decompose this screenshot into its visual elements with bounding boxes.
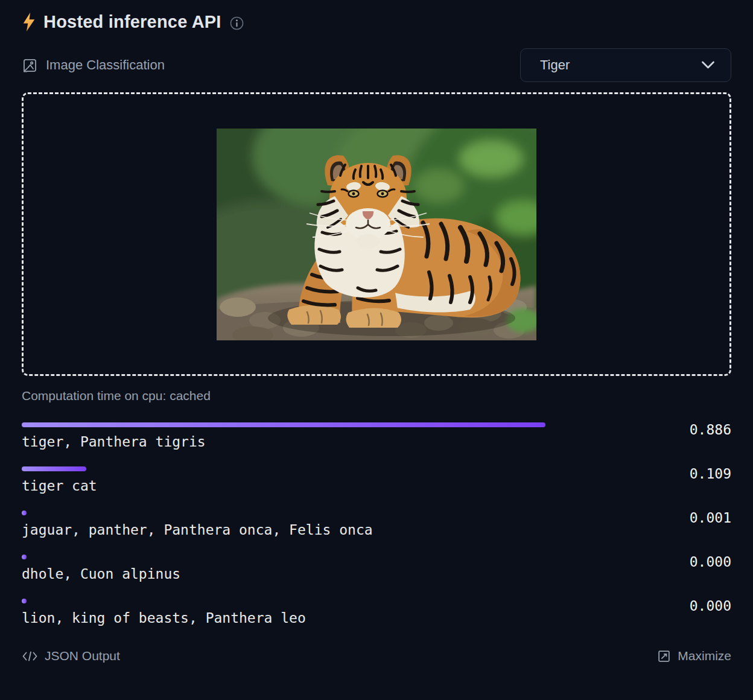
page-title: Hosted inference API: [43, 12, 221, 32]
result-bar-and-label: tiger cat: [22, 466, 613, 494]
result-row: dhole, Cuon alpinus 0.000: [22, 555, 731, 582]
result-row: tiger cat 0.109: [22, 466, 731, 494]
tiger-photo: [217, 129, 536, 340]
result-bar-and-label: lion, king of beasts, Panthera leo: [22, 599, 613, 626]
result-score: 0.886: [613, 422, 731, 438]
image-dropzone[interactable]: [22, 92, 731, 376]
task-row: Image Classification Tiger: [22, 48, 731, 83]
result-bar: [22, 599, 27, 603]
json-output-button[interactable]: JSON Output: [22, 649, 120, 663]
hosted-inference-api-widget: Hosted inference API Image Classificatio…: [0, 0, 753, 700]
result-bar: [22, 466, 86, 471]
result-label: lion, king of beasts, Panthera leo: [22, 610, 613, 626]
chevron-down-icon: [701, 61, 715, 69]
result-score: 0.001: [613, 510, 731, 526]
result-row: jaguar, panther, Panthera onca, Felis on…: [22, 511, 731, 538]
example-select[interactable]: Tiger: [520, 48, 731, 82]
result-label: jaguar, panther, Panthera onca, Felis on…: [22, 522, 613, 538]
results-list: tiger, Panthera tigris 0.886 tiger cat 0…: [22, 422, 731, 626]
maximize-label: Maximize: [678, 649, 731, 663]
json-output-label: JSON Output: [45, 649, 120, 663]
info-icon[interactable]: [230, 16, 244, 30]
result-score: 0.109: [613, 466, 731, 482]
maximize-button[interactable]: Maximize: [657, 649, 731, 663]
result-bar-and-label: jaguar, panther, Panthera onca, Felis on…: [22, 511, 613, 538]
result-bar-and-label: dhole, Cuon alpinus: [22, 555, 613, 582]
task-label-group: Image Classification: [22, 57, 165, 74]
result-bar: [22, 511, 27, 515]
result-score: 0.000: [613, 598, 731, 614]
result-label: dhole, Cuon alpinus: [22, 566, 613, 582]
footer: JSON Output Maximize: [22, 649, 731, 663]
result-label: tiger, Panthera tigris: [22, 434, 613, 450]
image-classification-icon: [22, 57, 38, 74]
maximize-icon: [657, 649, 671, 663]
lightning-bolt-icon: [22, 13, 37, 31]
task-label: Image Classification: [46, 57, 165, 73]
result-label: tiger cat: [22, 478, 613, 494]
computation-time: Computation time on cpu: cached: [22, 389, 731, 403]
result-bar: [22, 422, 545, 427]
example-select-value: Tiger: [540, 57, 570, 73]
result-row: tiger, Panthera tigris 0.886: [22, 422, 731, 450]
result-bar-and-label: tiger, Panthera tigris: [22, 422, 613, 450]
result-bar: [22, 555, 27, 559]
header: Hosted inference API: [22, 12, 731, 32]
result-score: 0.000: [613, 554, 731, 570]
code-icon: [22, 650, 38, 663]
result-row: lion, king of beasts, Panthera leo 0.000: [22, 599, 731, 626]
